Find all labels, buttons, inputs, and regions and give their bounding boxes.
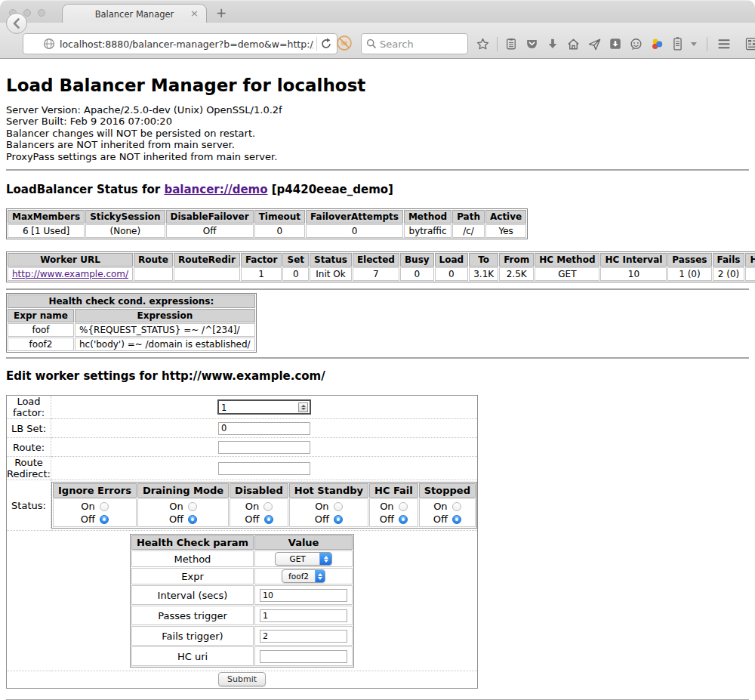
bookmark-star-icon[interactable] bbox=[476, 37, 490, 51]
cell-routeredir bbox=[174, 267, 240, 281]
col-active: Active bbox=[485, 210, 526, 224]
col-ignore-errors: Ignore Errors bbox=[53, 483, 137, 498]
reading-list-icon[interactable] bbox=[504, 37, 518, 51]
health-check-params-table: Health Check param Value Method GET bbox=[130, 534, 354, 668]
expr-select[interactable]: foof2 bbox=[282, 569, 325, 583]
maximize-window-button[interactable] bbox=[38, 9, 45, 17]
url-bar[interactable]: localhost:8880/balancer-manager?b=demo&w… bbox=[23, 33, 337, 54]
tiles-grid-icon[interactable] bbox=[744, 36, 755, 51]
lb-set-label: LB Set: bbox=[7, 419, 51, 438]
expr-selected-value: foof2 bbox=[282, 572, 315, 581]
home-icon[interactable] bbox=[566, 37, 581, 51]
pocket-icon[interactable] bbox=[525, 37, 539, 51]
disabled-on-radio[interactable] bbox=[263, 502, 273, 511]
hc-fail-off-radio[interactable] bbox=[399, 515, 408, 524]
content-blocked-icon[interactable] bbox=[335, 34, 353, 52]
ignore-errors-off-radio[interactable] bbox=[100, 515, 109, 524]
tab-bar: Balancer Manager × + bbox=[0, 0, 755, 23]
number-spinner-icon[interactable] bbox=[298, 402, 308, 412]
balancer-demo-link[interactable]: balancer://demo bbox=[164, 183, 267, 196]
extension-colordots-icon[interactable] bbox=[650, 37, 664, 51]
download-icon[interactable] bbox=[546, 37, 559, 51]
globe-icon bbox=[43, 38, 55, 50]
balancers-note-line: Balancers are NOT inherited from main se… bbox=[6, 139, 749, 150]
status-toggles-table: Ignore Errors Draining Mode Disabled Hot… bbox=[51, 482, 477, 529]
table-row: foof %{REQUEST_STATUS} =~ /^[234]/ bbox=[8, 323, 255, 337]
heading-suffix: [p4420eeae_demo] bbox=[268, 183, 393, 196]
hc-fail-on-radio[interactable] bbox=[399, 502, 408, 511]
cell-from: 2.5K bbox=[499, 267, 534, 281]
health-check-expressions-table: Health check cond. expressions: Expr nam… bbox=[6, 293, 257, 353]
draining-mode-off-radio[interactable] bbox=[188, 515, 197, 524]
table-row: 6 [1 Used] (None) Off 0 0 bytraffic /c/ … bbox=[8, 224, 526, 238]
hc-uri-input[interactable] bbox=[260, 650, 347, 663]
col-status: Status bbox=[310, 253, 352, 267]
interval-input[interactable] bbox=[260, 589, 347, 602]
search-input[interactable] bbox=[380, 39, 455, 50]
cell-stickysession: (None) bbox=[85, 224, 165, 238]
on-label: On bbox=[315, 500, 328, 513]
col-hc-fail: HC Fail bbox=[369, 483, 418, 498]
col-method: Method bbox=[404, 210, 451, 224]
divider bbox=[6, 288, 749, 290]
cell-factor: 1 bbox=[241, 267, 282, 281]
submit-button[interactable]: Submit bbox=[218, 672, 266, 686]
send-plane-icon[interactable] bbox=[587, 37, 602, 51]
stopped-off-radio[interactable] bbox=[452, 515, 461, 524]
col-passes: Passes bbox=[667, 253, 711, 267]
on-label: On bbox=[380, 500, 393, 513]
tab-balancer-manager[interactable]: Balancer Manager × bbox=[62, 4, 207, 23]
cell-expr-name: foof2 bbox=[8, 338, 74, 351]
fails-trigger-input[interactable] bbox=[260, 630, 347, 643]
col-set: Set bbox=[282, 253, 309, 267]
hot-standby-off-radio[interactable] bbox=[334, 515, 343, 524]
route-redirect-input[interactable] bbox=[218, 462, 310, 475]
lb-set-input[interactable] bbox=[218, 422, 310, 435]
persist-note-line: Balancer changes will NOT be persisted o… bbox=[6, 128, 749, 139]
route-redirect-label: Route Redirect: bbox=[7, 457, 51, 480]
menu-hamburger-icon[interactable] bbox=[716, 38, 732, 50]
col-hc-method: HC Method bbox=[535, 253, 599, 267]
chat-smiley-icon[interactable] bbox=[629, 37, 643, 51]
col-routeredir: RouteRedir bbox=[174, 253, 240, 267]
battery-status-icon[interactable] bbox=[671, 36, 684, 51]
passes-trigger-input[interactable] bbox=[260, 609, 347, 622]
off-label: Off bbox=[433, 513, 448, 526]
toolbar-separator bbox=[497, 37, 498, 51]
cell-status: Init Ok bbox=[310, 267, 352, 281]
cell-hc-method: GET bbox=[535, 267, 599, 281]
col-draining-mode: Draining Mode bbox=[137, 483, 229, 498]
dropdown-caret-icon[interactable] bbox=[691, 42, 697, 46]
tab-close-icon[interactable]: × bbox=[190, 8, 199, 19]
method-select[interactable]: GET bbox=[275, 552, 332, 566]
stopped-on-radio[interactable] bbox=[452, 502, 461, 511]
cell-expression: hc('body') =~ /domain is established/ bbox=[75, 338, 255, 351]
hc-uri-label: HC uri bbox=[131, 646, 254, 666]
col-load: Load bbox=[435, 253, 469, 267]
worker-status-table: Worker URL Route RouteRedir Factor Set S… bbox=[6, 251, 755, 282]
disabled-off-radio[interactable] bbox=[264, 515, 273, 524]
cell-route bbox=[134, 267, 173, 281]
reload-button[interactable] bbox=[320, 38, 332, 50]
toolbar-separator-2 bbox=[707, 37, 707, 51]
minimize-window-button[interactable] bbox=[23, 9, 31, 17]
new-tab-button[interactable]: + bbox=[216, 5, 226, 20]
back-button[interactable] bbox=[6, 13, 27, 34]
cell-hc-uri bbox=[745, 267, 755, 281]
cell-hc-interval: 10 bbox=[600, 267, 667, 281]
save-panel-icon[interactable] bbox=[609, 37, 622, 51]
search-bar[interactable] bbox=[361, 33, 468, 54]
hot-standby-on-radio[interactable] bbox=[334, 502, 343, 511]
route-input[interactable] bbox=[218, 441, 310, 454]
load-factor-input[interactable]: 1 bbox=[217, 399, 311, 415]
worker-url-link[interactable]: http://www.example.com/ bbox=[12, 269, 128, 279]
col-worker-url: Worker URL bbox=[8, 253, 133, 267]
method-label: Method bbox=[131, 550, 254, 567]
draining-mode-on-radio[interactable] bbox=[188, 502, 197, 511]
proxypass-note-line: ProxyPass settings are NOT inherited fro… bbox=[6, 151, 749, 162]
status-label: Status: bbox=[7, 480, 51, 531]
ignore-errors-on-radio[interactable] bbox=[100, 502, 109, 511]
back-arrow-icon bbox=[11, 17, 23, 29]
col-hot-standby: Hot Standby bbox=[289, 483, 368, 498]
cell-elected: 7 bbox=[353, 267, 399, 281]
